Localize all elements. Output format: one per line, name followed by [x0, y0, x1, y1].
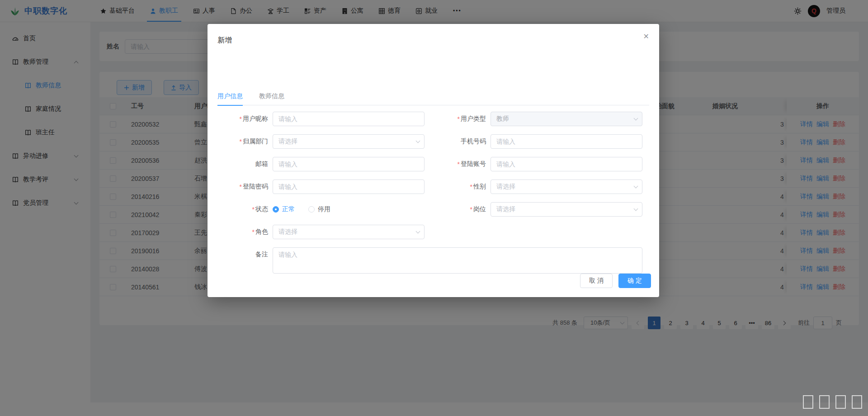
- square-icon: [852, 395, 862, 409]
- radio-dot-icon: [308, 206, 315, 213]
- dialog-title: 新增: [217, 36, 232, 45]
- square-icon: [835, 395, 846, 409]
- nickname-label: 用户昵称: [217, 112, 273, 126]
- close-icon[interactable]: ✕: [642, 31, 651, 42]
- post-select[interactable]: 请选择: [491, 202, 642, 217]
- password-label: 登陆密码: [217, 180, 273, 194]
- user-type-label: 用户类型: [425, 112, 491, 126]
- role-label: 角色: [217, 225, 273, 239]
- radio-dot-icon: [273, 206, 279, 213]
- user-type-select[interactable]: 教师: [491, 112, 642, 126]
- password-input[interactable]: [273, 180, 425, 194]
- gender-select[interactable]: 请选择: [491, 180, 642, 194]
- chevron-down-icon: [416, 229, 420, 234]
- cancel-button[interactable]: 取 消: [580, 274, 613, 288]
- remark-textarea[interactable]: [273, 247, 642, 274]
- department-select[interactable]: 请选择: [273, 134, 425, 149]
- status-normal-label: 正常: [282, 205, 295, 213]
- status-radio-group: 正常 停用: [273, 202, 425, 217]
- user-type-value: 教师: [496, 115, 509, 123]
- email-label: 邮箱: [217, 157, 273, 171]
- status-disabled-label: 停用: [318, 205, 330, 213]
- department-label: 归属部门: [217, 134, 273, 149]
- phone-input[interactable]: [491, 134, 642, 149]
- role-placeholder: 请选择: [278, 228, 297, 236]
- confirm-button[interactable]: 确 定: [618, 274, 651, 288]
- status-radio-normal[interactable]: 正常: [273, 205, 295, 213]
- chevron-down-icon: [416, 139, 420, 143]
- account-input[interactable]: [491, 157, 642, 171]
- square-icon: [803, 395, 813, 409]
- phone-label: 手机号码: [425, 134, 491, 149]
- square-icon: [819, 395, 830, 409]
- account-label: 登陆账号: [425, 157, 491, 171]
- gender-label: 性别: [425, 180, 491, 194]
- tab-user-info[interactable]: 用户信息: [217, 87, 243, 105]
- tab-teacher-info[interactable]: 教师信息: [259, 87, 284, 105]
- app-window: 中职数字化 基础平台教职工人事办公学工资产公寓德育就业••• Q 管理员 首页教…: [0, 0, 868, 416]
- gender-placeholder: 请选择: [496, 183, 515, 191]
- dialog-form: 用户昵称 用户类型 教师 归属部门 请选择 手机号码 邮箱 登陆账号 登陆密码 …: [217, 112, 650, 270]
- add-dialog: 新增 ✕ 用户信息 教师信息 用户昵称 用户类型 教师 归属部门 请选择 手机号…: [208, 24, 659, 297]
- post-label: 岗位: [425, 202, 491, 217]
- chevron-down-icon: [634, 207, 638, 211]
- status-radio-disabled[interactable]: 停用: [308, 205, 330, 213]
- chevron-down-icon: [634, 184, 638, 189]
- role-select[interactable]: 请选择: [273, 225, 425, 239]
- dialog-footer: 取 消 确 定: [580, 274, 651, 288]
- remark-label: 备注: [217, 247, 273, 262]
- post-placeholder: 请选择: [496, 205, 515, 213]
- floating-squares: [803, 395, 862, 409]
- department-placeholder: 请选择: [278, 137, 297, 146]
- email-input[interactable]: [273, 157, 425, 171]
- status-label: 状态: [217, 202, 273, 217]
- chevron-down-icon: [634, 116, 638, 121]
- nickname-input[interactable]: [273, 112, 425, 126]
- dialog-tabs: 用户信息 教师信息: [217, 87, 649, 105]
